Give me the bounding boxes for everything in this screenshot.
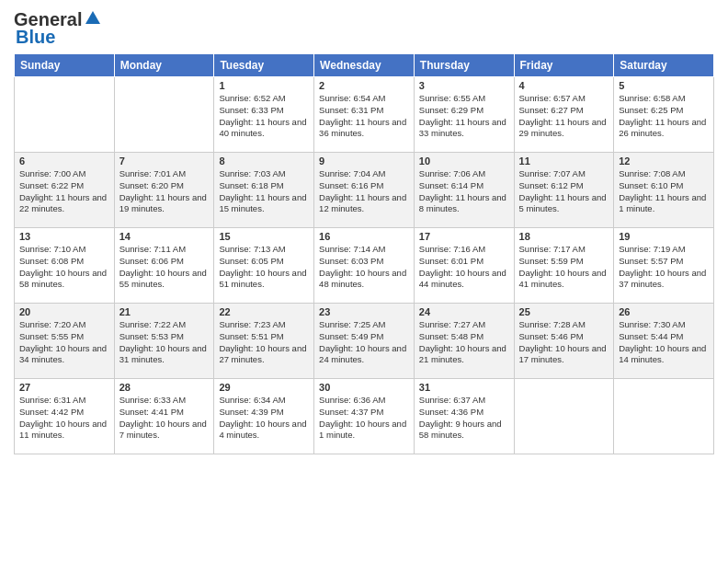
cell-sun-info: Sunrise: 7:27 AMSunset: 5:48 PMDaylight:… xyxy=(419,319,509,366)
calendar-cell: 1Sunrise: 6:52 AMSunset: 6:33 PMDaylight… xyxy=(214,77,314,153)
calendar-cell: 29Sunrise: 6:34 AMSunset: 4:39 PMDayligh… xyxy=(214,379,314,454)
calendar-table: SundayMondayTuesdayWednesdayThursdayFrid… xyxy=(14,53,714,454)
day-number: 24 xyxy=(419,306,509,317)
calendar-cell: 7Sunrise: 7:01 AMSunset: 6:20 PMDaylight… xyxy=(114,153,214,228)
calendar-cell: 11Sunrise: 7:07 AMSunset: 6:12 PMDayligh… xyxy=(514,153,614,228)
cell-sun-info: Sunrise: 6:57 AMSunset: 6:27 PMDaylight:… xyxy=(519,93,609,140)
day-number: 25 xyxy=(519,306,609,317)
cell-sun-info: Sunrise: 7:07 AMSunset: 6:12 PMDaylight:… xyxy=(519,168,609,215)
day-number: 14 xyxy=(119,231,210,242)
calendar-cell: 10Sunrise: 7:06 AMSunset: 6:14 PMDayligh… xyxy=(414,153,514,228)
cell-sun-info: Sunrise: 6:36 AMSunset: 4:37 PMDaylight:… xyxy=(319,395,409,442)
calendar-week-2: 6Sunrise: 7:00 AMSunset: 6:22 PMDaylight… xyxy=(15,153,714,228)
cell-sun-info: Sunrise: 7:16 AMSunset: 6:01 PMDaylight:… xyxy=(419,244,509,291)
calendar-cell: 31Sunrise: 6:37 AMSunset: 4:36 PMDayligh… xyxy=(414,379,514,454)
calendar-week-5: 27Sunrise: 6:31 AMSunset: 4:42 PMDayligh… xyxy=(15,379,714,454)
calendar-cell: 28Sunrise: 6:33 AMSunset: 4:41 PMDayligh… xyxy=(114,379,214,454)
calendar-cell: 16Sunrise: 7:14 AMSunset: 6:03 PMDayligh… xyxy=(314,228,415,304)
calendar-cell: 24Sunrise: 7:27 AMSunset: 5:48 PMDayligh… xyxy=(414,304,514,379)
cell-sun-info: Sunrise: 7:13 AMSunset: 6:05 PMDaylight:… xyxy=(219,244,309,291)
day-number: 29 xyxy=(219,382,309,393)
cell-sun-info: Sunrise: 7:14 AMSunset: 6:03 PMDaylight:… xyxy=(319,244,409,291)
logo-icon xyxy=(84,9,102,28)
day-number: 20 xyxy=(19,306,109,317)
calendar-cell: 22Sunrise: 7:23 AMSunset: 5:51 PMDayligh… xyxy=(214,304,314,379)
calendar-cell: 23Sunrise: 7:25 AMSunset: 5:49 PMDayligh… xyxy=(314,304,415,379)
day-number: 3 xyxy=(419,80,509,91)
day-number: 9 xyxy=(319,155,409,167)
day-number: 19 xyxy=(619,231,709,242)
cell-sun-info: Sunrise: 7:30 AMSunset: 5:44 PMDaylight:… xyxy=(619,319,709,366)
calendar-cell: 18Sunrise: 7:17 AMSunset: 5:59 PMDayligh… xyxy=(514,228,614,304)
calendar-cell: 20Sunrise: 7:20 AMSunset: 5:55 PMDayligh… xyxy=(15,304,115,379)
calendar-cell xyxy=(514,379,614,454)
day-number: 21 xyxy=(119,306,210,317)
cell-sun-info: Sunrise: 7:19 AMSunset: 5:57 PMDaylight:… xyxy=(619,244,709,291)
calendar-week-4: 20Sunrise: 7:20 AMSunset: 5:55 PMDayligh… xyxy=(15,304,714,379)
day-number: 5 xyxy=(619,80,709,91)
cell-sun-info: Sunrise: 6:58 AMSunset: 6:25 PMDaylight:… xyxy=(619,93,709,140)
day-number: 6 xyxy=(19,155,109,167)
day-number: 22 xyxy=(219,306,309,317)
day-header-thursday: Thursday xyxy=(414,54,514,77)
calendar-cell: 27Sunrise: 6:31 AMSunset: 4:42 PMDayligh… xyxy=(15,379,115,454)
cell-sun-info: Sunrise: 6:37 AMSunset: 4:36 PMDaylight:… xyxy=(419,395,509,442)
cell-sun-info: Sunrise: 6:33 AMSunset: 4:41 PMDaylight:… xyxy=(119,395,210,442)
day-header-wednesday: Wednesday xyxy=(314,54,415,77)
day-number: 30 xyxy=(319,382,409,393)
calendar-cell: 30Sunrise: 6:36 AMSunset: 4:37 PMDayligh… xyxy=(314,379,415,454)
cell-sun-info: Sunrise: 7:01 AMSunset: 6:20 PMDaylight:… xyxy=(119,168,210,215)
day-number: 10 xyxy=(419,155,509,167)
cell-sun-info: Sunrise: 7:11 AMSunset: 6:06 PMDaylight:… xyxy=(119,244,210,291)
day-number: 27 xyxy=(19,382,109,393)
day-number: 7 xyxy=(119,155,210,167)
day-number: 18 xyxy=(519,231,609,242)
calendar-cell: 3Sunrise: 6:55 AMSunset: 6:29 PMDaylight… xyxy=(414,77,514,153)
calendar-cell: 19Sunrise: 7:19 AMSunset: 5:57 PMDayligh… xyxy=(614,228,714,304)
cell-sun-info: Sunrise: 7:20 AMSunset: 5:55 PMDaylight:… xyxy=(19,319,109,366)
cell-sun-info: Sunrise: 7:06 AMSunset: 6:14 PMDaylight:… xyxy=(419,168,509,215)
calendar-cell: 15Sunrise: 7:13 AMSunset: 6:05 PMDayligh… xyxy=(214,228,314,304)
cell-sun-info: Sunrise: 7:22 AMSunset: 5:53 PMDaylight:… xyxy=(119,319,210,366)
svg-marker-0 xyxy=(85,11,100,24)
day-number: 17 xyxy=(419,231,509,242)
day-header-tuesday: Tuesday xyxy=(214,54,314,77)
day-number: 26 xyxy=(619,306,709,317)
day-number: 16 xyxy=(319,231,409,242)
calendar-cell: 26Sunrise: 7:30 AMSunset: 5:44 PMDayligh… xyxy=(614,304,714,379)
cell-sun-info: Sunrise: 7:04 AMSunset: 6:16 PMDaylight:… xyxy=(319,168,409,215)
cell-sun-info: Sunrise: 6:34 AMSunset: 4:39 PMDaylight:… xyxy=(219,395,309,442)
cell-sun-info: Sunrise: 6:31 AMSunset: 4:42 PMDaylight:… xyxy=(19,395,109,442)
calendar-week-1: 1Sunrise: 6:52 AMSunset: 6:33 PMDaylight… xyxy=(15,77,714,153)
calendar-week-3: 13Sunrise: 7:10 AMSunset: 6:08 PMDayligh… xyxy=(15,228,714,304)
day-number: 4 xyxy=(519,80,609,91)
day-number: 8 xyxy=(219,155,309,167)
calendar-cell: 5Sunrise: 6:58 AMSunset: 6:25 PMDaylight… xyxy=(614,77,714,153)
calendar-cell xyxy=(114,77,214,153)
calendar-cell: 9Sunrise: 7:04 AMSunset: 6:16 PMDaylight… xyxy=(314,153,415,228)
logo-blue: Blue xyxy=(16,27,55,48)
cell-sun-info: Sunrise: 7:17 AMSunset: 5:59 PMDaylight:… xyxy=(519,244,609,291)
cell-sun-info: Sunrise: 7:03 AMSunset: 6:18 PMDaylight:… xyxy=(219,168,309,215)
day-number: 2 xyxy=(319,80,409,91)
calendar-cell: 21Sunrise: 7:22 AMSunset: 5:53 PMDayligh… xyxy=(114,304,214,379)
logo: General Blue xyxy=(14,9,102,48)
cell-sun-info: Sunrise: 6:54 AMSunset: 6:31 PMDaylight:… xyxy=(319,93,409,140)
calendar-cell xyxy=(614,379,714,454)
calendar-header-row: SundayMondayTuesdayWednesdayThursdayFrid… xyxy=(15,54,714,77)
page-header: General Blue xyxy=(14,9,714,48)
day-number: 12 xyxy=(619,155,709,167)
day-number: 23 xyxy=(319,306,409,317)
calendar-cell: 12Sunrise: 7:08 AMSunset: 6:10 PMDayligh… xyxy=(614,153,714,228)
day-header-monday: Monday xyxy=(114,54,214,77)
day-number: 31 xyxy=(419,382,509,393)
cell-sun-info: Sunrise: 7:28 AMSunset: 5:46 PMDaylight:… xyxy=(519,319,609,366)
calendar-cell: 2Sunrise: 6:54 AMSunset: 6:31 PMDaylight… xyxy=(314,77,415,153)
day-header-friday: Friday xyxy=(514,54,614,77)
cell-sun-info: Sunrise: 6:52 AMSunset: 6:33 PMDaylight:… xyxy=(219,93,309,140)
cell-sun-info: Sunrise: 7:00 AMSunset: 6:22 PMDaylight:… xyxy=(19,168,109,215)
calendar-cell: 4Sunrise: 6:57 AMSunset: 6:27 PMDaylight… xyxy=(514,77,614,153)
calendar-cell: 13Sunrise: 7:10 AMSunset: 6:08 PMDayligh… xyxy=(15,228,115,304)
day-number: 13 xyxy=(19,231,109,242)
cell-sun-info: Sunrise: 7:08 AMSunset: 6:10 PMDaylight:… xyxy=(619,168,709,215)
